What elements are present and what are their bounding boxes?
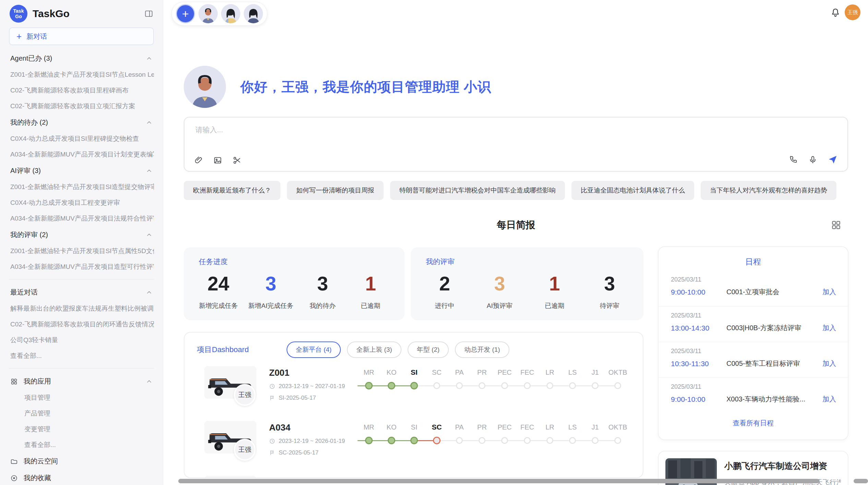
stat-label: AI预评审 — [481, 301, 518, 310]
sidebar-item[interactable]: C02-飞腾新能源轻客改款项目立项汇报方案 — [9, 98, 154, 114]
milestone-dot-row — [493, 433, 516, 448]
suggestion-chip[interactable]: 特朗普可能对进口汽车增税会对中国车企造成哪些影响 — [390, 181, 565, 200]
sidebar-item[interactable]: Z001-全新燃油轻卡产品开发项目SI节点属性5D文件评审 — [9, 243, 154, 259]
project-dates: 2023-12-19 ~ 2026-01-19 — [269, 438, 355, 445]
suggestion-chip[interactable]: 当下年轻人对汽车外观有怎样的喜好趋势 — [701, 181, 836, 200]
sidebar-item[interactable]: Z001-全新燃油轻卡产品开发项目SI造型提交物评审 — [9, 179, 154, 195]
sidebar-item[interactable]: C0X4-动力总成开发项目SI里程碑提交物检查 — [9, 131, 154, 147]
dashboard-tabs: 全新平台 (4)全新上装 (3)年型 (2)动总开发 (1) — [287, 341, 509, 358]
milestone-label: KO — [380, 421, 403, 433]
milestone-label: PR — [471, 421, 493, 433]
sidebar-section-header[interactable]: 我的待办 (2) — [9, 114, 154, 131]
phone-icon[interactable] — [789, 155, 798, 164]
milestone-dot — [614, 437, 621, 444]
schedule-item: 2025/03/119:00-10:00C001-立项审批会加入 — [659, 271, 848, 306]
paperclip-icon[interactable] — [194, 156, 203, 165]
horizontal-scrollbar[interactable] — [178, 479, 819, 483]
sidebar-item[interactable]: A034-全新新能源MUV产品开发项目计划变更表编写 — [9, 147, 154, 162]
my-apps-header[interactable]: 我的应用 — [9, 373, 154, 390]
dashboard-tab[interactable]: 动总开发 (1) — [455, 341, 509, 358]
join-link[interactable]: 加入 — [822, 323, 836, 333]
my-apps-view-all[interactable]: 查看全部... — [9, 437, 154, 453]
project-media: 王强 — [192, 421, 269, 453]
sidebar-item[interactable]: A034-全新新能源MUV产品开发项目法规符合性评审 — [9, 211, 154, 226]
sidebar-header: Task Go TaskGo — [9, 0, 154, 25]
clock-icon — [269, 383, 275, 389]
milestone-dot-row — [561, 433, 584, 448]
join-link[interactable]: 加入 — [822, 359, 836, 368]
milestone-dot-row — [358, 378, 380, 394]
recent-chats-view-all[interactable]: 查看全部... — [9, 348, 154, 364]
grid-layout-icon[interactable] — [831, 220, 841, 230]
bell-icon[interactable] — [830, 8, 841, 18]
dashboard-title: 项目Dashboard — [197, 345, 249, 355]
app-item[interactable]: 变更管理 — [9, 421, 154, 437]
dashboard-tab[interactable]: 全新平台 (4) — [287, 341, 341, 358]
sidebar-section-header[interactable]: Agent已办 (3) — [9, 50, 154, 67]
suggestion-chip[interactable]: 欧洲新规最近颁布了什么？ — [184, 181, 280, 200]
mic-icon[interactable] — [808, 155, 817, 164]
sidebar-collapse-icon[interactable] — [144, 9, 153, 18]
milestone-dot — [456, 382, 463, 389]
schedule-item: 2025/03/1113:00-14:30C003|H0B-方案冻结评审加入 — [659, 306, 848, 342]
milestone-dot-row — [425, 378, 448, 394]
sidebar-section-header[interactable]: AI评审 (3) — [9, 162, 154, 179]
picture-icon[interactable] — [213, 156, 222, 165]
sidebar-item-cloud-space[interactable]: 我的云空间 — [9, 453, 154, 470]
sidebar-item[interactable]: Z001-全新燃油皮卡产品开发项目SI节点Lesson Learn报告 — [9, 67, 154, 83]
milestone-dot — [365, 382, 373, 389]
new-chat-button[interactable]: + 新对话 — [9, 27, 154, 45]
schedule-item: 2025/03/119:00-10:00X003-车辆动力学性能验...加入 — [659, 377, 848, 413]
milestone-dot-row — [606, 433, 629, 448]
sidebar-item-favorites[interactable]: 我的收藏 — [9, 470, 154, 485]
recent-chat-item[interactable]: C02-飞腾新能源轻客改款项目的闭环通告反馈情况 — [9, 316, 154, 332]
milestone: PR — [471, 421, 493, 448]
milestone-dot — [592, 382, 599, 389]
sidebar-item[interactable]: C0X4-动力总成开发项目工程变更评审 — [9, 195, 154, 211]
add-agent-button[interactable]: + — [176, 4, 195, 23]
user-avatar[interactable]: 王强 — [845, 4, 860, 20]
milestone-dot — [501, 382, 508, 389]
flag-icon — [269, 450, 275, 456]
divider — [9, 279, 154, 279]
milestone-dot-row — [471, 378, 493, 394]
horizontal-scrollbar-end[interactable] — [854, 479, 868, 483]
milestone: LS — [561, 421, 584, 448]
milestone: J1 — [584, 366, 606, 394]
milestone-dot — [388, 437, 395, 444]
milestone-dot-row — [516, 433, 539, 448]
join-link[interactable]: 加入 — [822, 287, 836, 297]
join-link[interactable]: 加入 — [822, 395, 836, 404]
chevron-up-icon — [146, 232, 153, 238]
recent-chat-item[interactable]: 公司Q3轻卡销量 — [9, 332, 154, 348]
label: 我的收藏 — [24, 473, 51, 483]
chat-input[interactable] — [195, 124, 834, 148]
app-item[interactable]: 项目管理 — [9, 390, 154, 406]
milestone-dot — [365, 437, 373, 444]
scissors-icon[interactable] — [232, 156, 241, 165]
milestone-dot — [388, 382, 395, 389]
schedule-time: 10:30-11:30 — [671, 360, 726, 368]
view-all-schedule-link[interactable]: 查看所有日程 — [659, 419, 848, 428]
agent-avatar[interactable] — [244, 4, 263, 23]
agent-avatar[interactable] — [198, 4, 218, 23]
recent-chat-item[interactable]: 解释最新出台的欧盟报废车法规再生塑料比例被调至15%... — [9, 301, 154, 316]
project-milestone-tag: SC-2025-05-17 — [269, 449, 355, 456]
sidebar-item[interactable]: A034-全新新能源MUV产品开发项目造型可行性评审 — [9, 259, 154, 275]
paper-plane-icon[interactable] — [828, 154, 838, 165]
agent-avatar[interactable] — [221, 4, 240, 23]
milestone-label: OKTB — [606, 421, 629, 433]
dashboard-tab[interactable]: 全新上装 (3) — [347, 341, 401, 358]
milestone-label: LS — [561, 421, 584, 433]
sidebar-section-header[interactable]: 我的评审 (2) — [9, 226, 154, 243]
app-item[interactable]: 产品管理 — [9, 406, 154, 421]
suggestion-chip[interactable]: 如何写一份清晰的项目周报 — [287, 181, 384, 200]
recent-chats-header[interactable]: 最近对话 — [9, 284, 154, 301]
suggestion-chip[interactable]: 比亚迪全固态电池计划具体说了什么 — [571, 181, 694, 200]
schedule-time: 9:00-10:00 — [671, 288, 726, 296]
dashboard-tab[interactable]: 年型 (2) — [408, 341, 449, 358]
milestone-label: LR — [539, 366, 561, 378]
flag-label: SC-2025-05-17 — [279, 449, 318, 456]
milestone-dot — [569, 382, 576, 389]
sidebar-item[interactable]: C02-飞腾新能源轻客改款项目里程碑画布 — [9, 83, 154, 98]
